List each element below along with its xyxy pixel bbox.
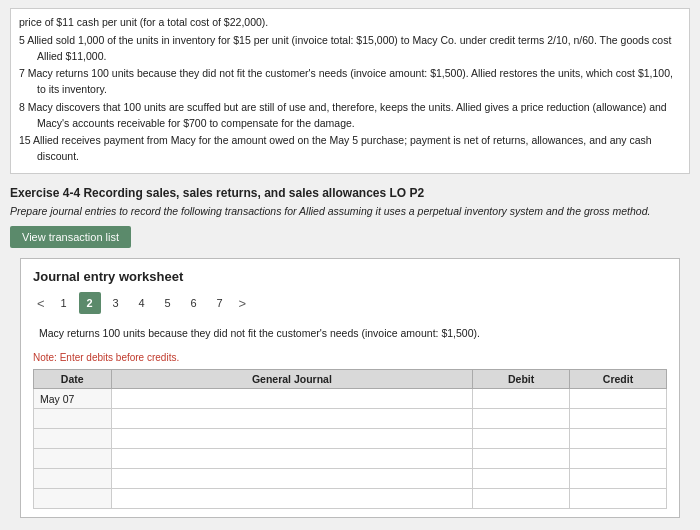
col-header-debit: Debit [473,370,570,389]
text-line-1: price of $11 cash per unit (for a total … [19,15,681,31]
credit-cell-3[interactable] [570,429,667,449]
credit-cell-6[interactable] [570,489,667,509]
journal-cell-1[interactable] [111,389,473,409]
credit-cell-4[interactable] [570,449,667,469]
exercise-description: Prepare journal entries to record the fo… [10,204,690,219]
date-cell-5 [34,469,112,489]
text-line-2: 5 Allied sold 1,000 of the units in inve… [19,33,681,65]
credit-cell-5[interactable] [570,469,667,489]
transaction-description: Macy returns 100 units because they did … [33,322,667,346]
text-line-3: 7 Macy returns 100 units because they di… [19,66,681,98]
col-header-credit: Credit [570,370,667,389]
debit-cell-2[interactable] [473,409,570,429]
debit-cell-1[interactable] [473,389,570,409]
debit-credit-note: Note: Enter debits before credits. [33,352,667,363]
text-line-5: 15 Allied receives payment from Macy for… [19,133,681,165]
date-cell-1: May 07 [34,389,112,409]
page-1[interactable]: 1 [53,292,75,314]
main-page: price of $11 cash per unit (for a total … [0,8,700,530]
credit-cell-1[interactable] [570,389,667,409]
pagination: < 1 2 3 4 5 6 7 > [33,292,667,314]
page-6[interactable]: 6 [183,292,205,314]
journal-cell-2[interactable] [111,409,473,429]
journal-cell-5[interactable] [111,469,473,489]
table-row [34,449,667,469]
top-text-box: price of $11 cash per unit (for a total … [10,8,690,174]
table-row [34,409,667,429]
debit-cell-3[interactable] [473,429,570,449]
page-4[interactable]: 4 [131,292,153,314]
table-row [34,429,667,449]
worksheet-title: Journal entry worksheet [33,269,667,284]
exercise-section: Exercise 4-4 Recording sales, sales retu… [0,180,700,522]
col-header-date: Date [34,370,112,389]
table-row [34,469,667,489]
date-cell-2 [34,409,112,429]
exercise-title: Exercise 4-4 Recording sales, sales retu… [10,186,690,200]
journal-cell-3[interactable] [111,429,473,449]
page-7[interactable]: 7 [209,292,231,314]
next-page-arrow[interactable]: > [235,296,251,311]
journal-table: Date General Journal Debit Credit May 07 [33,369,667,509]
credit-cell-2[interactable] [570,409,667,429]
date-cell-6 [34,489,112,509]
page-5[interactable]: 5 [157,292,179,314]
journal-cell-4[interactable] [111,449,473,469]
page-2-active[interactable]: 2 [79,292,101,314]
page-3[interactable]: 3 [105,292,127,314]
debit-cell-6[interactable] [473,489,570,509]
date-cell-4 [34,449,112,469]
table-row [34,489,667,509]
worksheet-container: Journal entry worksheet < 1 2 3 4 5 6 7 … [20,258,680,518]
view-transaction-list-button[interactable]: View transaction list [10,226,131,248]
journal-cell-6[interactable] [111,489,473,509]
debit-cell-4[interactable] [473,449,570,469]
prev-page-arrow[interactable]: < [33,296,49,311]
date-cell-3 [34,429,112,449]
debit-cell-5[interactable] [473,469,570,489]
text-line-4: 8 Macy discovers that 100 units are scuf… [19,100,681,132]
col-header-journal: General Journal [111,370,473,389]
table-row: May 07 [34,389,667,409]
